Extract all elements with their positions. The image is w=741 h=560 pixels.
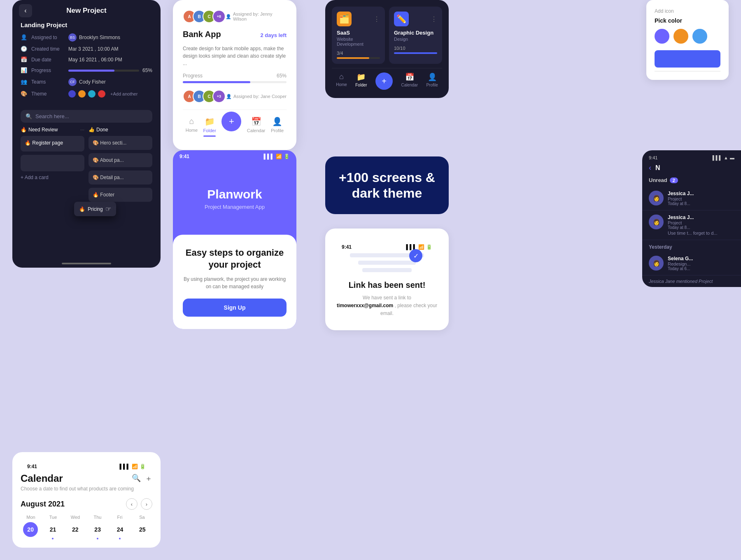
cal-day-21[interactable]: 21 [43,522,63,539]
msg-item-3[interactable]: 👩 Selena G... Redesign... Today at 6... [642,252,741,275]
cal-day-24[interactable]: 24 [110,522,130,539]
dark-profile-icon: 👤 [428,72,437,82]
cal-day-25[interactable]: 25 [133,522,152,539]
msg-item-2[interactable]: 👩 Jessica J... Project Today at 8... Use… [642,210,741,240]
proj-card-saas: 🗂️ ⋮ SaaS Website Development 3/4 [332,7,385,64]
person-icon: 👤 [21,34,27,41]
card-emoji-5: 🔥 [93,192,100,198]
progress-label: Progress [31,68,68,73]
link-status-icons: ▌▌▌ 📶 🔋 [406,244,432,250]
nav-profile[interactable]: 👤 Profile [271,117,284,137]
msg-content-2: Jessica J... Project Today at 8... Use t… [668,215,717,236]
msg-name-1: Jessica J... [668,191,694,196]
link-desc: We have sent a link to timowerxxx@gmail.… [335,294,439,318]
dark-nav-home[interactable]: ⌂ Home [336,72,347,90]
planwork-bottom: Easy steps to organize your project By u… [173,235,296,329]
link-illustration: ✓ [335,253,439,272]
link-line-3 [362,268,412,272]
proj-card-header-2: ✏️ ⋮ [394,12,437,26]
cal-status-icons: ▌▌▌ 📶 🔋 [119,464,146,469]
nav-folder[interactable]: 📁 Folder [203,117,216,137]
nav-plus-button[interactable]: + [221,112,241,131]
theme-row: 🎨 Theme +Add another [21,90,152,98]
card-title-2: Hero secti... [100,140,126,146]
cal-day-23[interactable]: 23 [88,522,107,539]
screens-card: +100 screens & dark theme [325,156,449,214]
calendar-icon: 📅 [21,56,27,63]
color-circle-blue[interactable] [692,29,707,44]
proj-dots-1[interactable]: ⋮ [373,15,380,23]
planwork-signup-btn[interactable]: Sign Up [183,299,287,317]
kanban-card-footer[interactable]: 🔥 Footer [89,188,152,202]
link-status-time: 9:41 [342,244,352,250]
proj-dots-2[interactable]: ⋮ [431,15,437,23]
msg-yesterday-label: Yesterday [642,240,741,252]
back-button[interactable]: ‹ [19,4,32,17]
pick-color-card: Add icon Pick color [646,0,729,80]
team-avatar: CF [68,78,77,86]
theme-dot-orange[interactable] [78,90,86,98]
created-time-row: 🕐 Created time Mar 3 2021 , 10:00 AM [21,46,152,52]
cal-search-icon[interactable]: 🔍 [132,474,141,483]
dark-nav: ⌂ Home 📁 Folder + 📅 Calendar 👤 Profile [332,68,442,91]
nav-calendar[interactable]: 📅 Calendar [247,117,266,137]
done-emoji: 👍 [89,127,95,133]
kanban-col-done: 👍 Done 🎨 Hero secti... 🎨 About pa... 🎨 D… [89,127,152,211]
avatar-8: +3 [212,90,226,103]
color-circle-purple[interactable] [655,29,669,44]
progress-value: 65% [142,68,152,73]
dark-nav-folder[interactable]: 📁 Folder [355,72,367,90]
cal-month-row: August 2021 ‹ › [21,498,152,510]
cal-next-arrow[interactable]: › [141,498,152,510]
cal-day-22[interactable]: 22 [65,522,85,539]
dark-nav-calendar[interactable]: 📅 Calendar [401,72,418,90]
more-icon[interactable]: ··· [80,127,84,133]
dark-nav-profile-label: Profile [426,83,438,87]
cal-day-20[interactable]: 20 [21,522,40,539]
search-bar[interactable]: 🔍 Search here... [21,110,152,123]
wifi-icon: 📶 [132,464,138,469]
calendar-card: 9:41 ▌▌▌ 📶 🔋 Calendar 🔍 ＋ Choose a date … [12,452,161,548]
kanban-add-1[interactable]: + Add a card [21,175,84,180]
msg-back-button[interactable]: ‹ [649,163,651,172]
divider-line [655,71,720,72]
cal-prev-arrow[interactable]: ‹ [126,498,137,510]
dark-nav-plus[interactable]: + [375,72,393,90]
cal-days-grid: 20 21 22 23 24 25 [21,522,152,539]
link-title: Link has been sent! [335,280,439,290]
battery-icon-3: 🔋 [426,244,432,250]
msg-content-3: Selena G... Redesign... Today at 6... [668,256,693,271]
theme-dot-red[interactable] [98,90,105,98]
clock-icon: 🕐 [21,46,27,52]
proj-card-sub-2: Design [394,37,437,42]
cal-add-icon[interactable]: ＋ [145,474,152,483]
link-email: timowerxxx@gmail.com [337,303,393,308]
kanban-card-register[interactable]: 🔥 Register page [21,136,84,152]
nav-home[interactable]: ⌂ Home [186,117,198,137]
search-placeholder: Search here... [35,113,69,119]
proj-progress-bg-1 [337,57,380,59]
progress-value-2: 65% [277,73,287,79]
color-circle-orange[interactable] [673,29,688,44]
messages-card: 9:41 ▌▌▌ ▲ ▬ ‹ N Unread 2 👩 Jessica J...… [642,150,741,287]
cal-day-num-25: 25 [135,522,150,537]
folder-icon: 📁 [205,117,215,126]
kanban-card-detail[interactable]: 🎨 Detail pa... [89,170,152,184]
cal-header-tue: Tue [43,515,63,520]
kanban-card-empty[interactable] [21,155,84,171]
theme-dot-blue[interactable] [68,90,76,98]
person-icon-2: 👤 [226,14,231,19]
kanban-card-about[interactable]: 🎨 About pa... [89,153,152,167]
dark-nav-profile[interactable]: 👤 Profile [426,72,438,90]
color-circles [655,29,720,44]
kanban-card-hero[interactable]: 🎨 Hero secti... [89,136,152,150]
theme-dot-teal[interactable] [88,90,96,98]
msg-status-icons: ▌▌▌ ▲ ▬ [713,155,734,160]
bank-second-row: A B C +3 👤 Assigned by: Jane Cooper [183,90,287,103]
signal-icon: ▌▌▌ [119,464,130,469]
add-another-label[interactable]: +Add another [110,91,137,96]
due-date-row: 📅 Due date May 16 2021 , 06:00 PM [21,56,152,63]
msg-item-1[interactable]: 👩 Jessica J... Project Today at 8... [642,187,741,210]
proj-card-name-1: SaaS [337,30,380,36]
cal-dot-24 [119,538,121,539]
